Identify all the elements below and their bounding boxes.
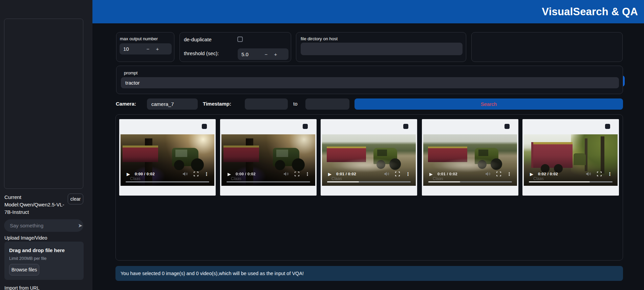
video-card: Claas ▶ 0:02 / 0:02 ⋮ bbox=[522, 119, 619, 196]
fullscreen-icon[interactable] bbox=[395, 172, 400, 176]
play-icon[interactable]: ▶ bbox=[127, 172, 130, 177]
volume-icon[interactable] bbox=[384, 172, 389, 176]
max-output-panel: max output number − + bbox=[116, 32, 174, 62]
max-output-input[interactable] bbox=[120, 46, 143, 52]
play-icon[interactable]: ▶ bbox=[429, 172, 433, 177]
more-options-icon[interactable]: ⋮ bbox=[204, 171, 209, 177]
video-thumbnail-shape bbox=[377, 160, 385, 169]
max-output-label: max output number bbox=[120, 36, 158, 41]
video-player[interactable]: Claas ▶ 0:00 / 0:02 ⋮ bbox=[221, 134, 315, 186]
upload-section-label: Upload Image/Video bbox=[4, 235, 47, 241]
volume-icon[interactable] bbox=[183, 172, 188, 176]
video-progress-bar[interactable] bbox=[227, 181, 310, 183]
threshold-input-wrap: − + bbox=[238, 48, 288, 60]
max-output-input-wrap: − + bbox=[120, 43, 172, 54]
file-dropzone[interactable]: Drag and drop file here Limit 200MB per … bbox=[4, 242, 84, 280]
max-output-minus-button[interactable]: − bbox=[143, 46, 153, 52]
prompt-input[interactable] bbox=[121, 77, 619, 88]
video-card: Claas ▶ 0:00 / 0:02 ⋮ bbox=[119, 119, 216, 196]
fullscreen-icon[interactable] bbox=[194, 172, 198, 176]
chat-input-wrap: ➤ bbox=[4, 219, 83, 232]
video-player[interactable]: Claas ▶ 0:00 / 0:02 ⋮ bbox=[121, 134, 214, 186]
video-select-checkbox[interactable] bbox=[605, 124, 610, 129]
more-options-icon[interactable]: ⋮ bbox=[305, 171, 310, 177]
video-time: 0:00 / 0:02 bbox=[236, 172, 256, 176]
timestamp-from-input[interactable] bbox=[245, 98, 288, 110]
selection-info-bar: You have selected 0 image(s) and 0 video… bbox=[115, 266, 623, 281]
video-card: Claas ▶ 0:01 / 0:02 ⋮ bbox=[321, 119, 417, 196]
video-player[interactable]: Claas ▶ 0:01 / 0:02 ⋮ bbox=[322, 134, 416, 186]
play-icon[interactable]: ▶ bbox=[228, 172, 231, 177]
chat-history-panel bbox=[4, 19, 83, 189]
play-icon[interactable]: ▶ bbox=[328, 172, 331, 177]
more-options-icon[interactable]: ⋮ bbox=[607, 171, 612, 177]
page-title: VisualSearch & QA bbox=[542, 6, 644, 18]
video-select-checkbox[interactable] bbox=[303, 124, 308, 129]
camera-label: Camera: bbox=[116, 101, 136, 107]
fullscreen-icon[interactable] bbox=[597, 172, 602, 176]
video-progress-bar[interactable] bbox=[126, 181, 209, 183]
dedup-panel: de-duplicate threshold (sec): − + bbox=[179, 32, 291, 62]
search-button[interactable]: Search bbox=[355, 98, 623, 110]
video-card: Claas ▶ 0:00 / 0:02 ⋮ bbox=[220, 119, 317, 196]
threshold-input[interactable] bbox=[238, 51, 261, 57]
send-icon[interactable]: ➤ bbox=[77, 222, 83, 229]
video-select-checkbox[interactable] bbox=[202, 124, 207, 129]
dropzone-limit: Limit 200MB per file bbox=[9, 256, 46, 261]
db-actions-panel: UpdateDB ClearDB showInfo bbox=[471, 32, 623, 62]
timestamp-to-input[interactable] bbox=[305, 98, 349, 110]
prompt-label: prompt bbox=[124, 70, 137, 75]
video-player[interactable]: Claas ▶ 0:01 / 0:02 ⋮ bbox=[423, 134, 517, 186]
browse-files-button[interactable]: Browse files bbox=[9, 264, 39, 275]
dropzone-title: Drag and drop file here bbox=[9, 247, 65, 253]
import-from-url-label: Import from URL bbox=[4, 285, 39, 290]
file-dir-panel: file dirctory on host bbox=[296, 32, 466, 62]
video-select-checkbox[interactable] bbox=[505, 124, 510, 129]
threshold-minus-button[interactable]: − bbox=[261, 51, 271, 57]
volume-icon[interactable] bbox=[586, 172, 591, 176]
more-options-icon[interactable]: ⋮ bbox=[507, 171, 512, 177]
video-progress-bar[interactable] bbox=[428, 181, 512, 183]
file-dir-label: file dirctory on host bbox=[301, 36, 338, 41]
sidebar: Current Model:Qwen/Qwen2.5-VL-7B-Instruc… bbox=[0, 0, 92, 290]
timestamp-label: Timestamp: bbox=[203, 101, 231, 107]
volume-icon[interactable] bbox=[485, 172, 491, 176]
timestamp-to-label: to bbox=[293, 101, 298, 107]
threshold-plus-button[interactable]: + bbox=[271, 51, 280, 57]
clear-button[interactable]: clear bbox=[68, 194, 83, 204]
current-model-label: Current Model:Qwen/Qwen2.5-VL-7B-Instruc… bbox=[4, 194, 66, 216]
file-dir-input[interactable] bbox=[301, 43, 463, 55]
volume-icon[interactable] bbox=[283, 172, 289, 176]
dedup-checkbox[interactable] bbox=[237, 37, 243, 42]
fullscreen-icon[interactable] bbox=[496, 172, 501, 176]
app-root: Current Model:Qwen/Qwen2.5-VL-7B-Instruc… bbox=[0, 0, 644, 290]
dedup-label: de-duplicate bbox=[184, 37, 212, 42]
video-time: 0:01 / 0:02 bbox=[437, 172, 457, 176]
app-header: VisualSearch & QA bbox=[92, 0, 644, 23]
video-card: Claas ▶ 0:01 / 0:02 ⋮ bbox=[422, 119, 518, 196]
selection-info-text: You have selected 0 image(s) and 0 video… bbox=[115, 271, 304, 276]
threshold-label: threshold (sec): bbox=[184, 50, 219, 56]
max-output-plus-button[interactable]: + bbox=[153, 46, 162, 52]
prompt-panel: prompt bbox=[116, 66, 623, 94]
video-select-checkbox[interactable] bbox=[403, 124, 408, 129]
video-progress-bar[interactable] bbox=[529, 181, 613, 183]
video-player[interactable]: Claas ▶ 0:02 / 0:02 ⋮ bbox=[524, 134, 618, 186]
chat-input[interactable] bbox=[4, 223, 77, 228]
video-progress-bar[interactable] bbox=[327, 181, 411, 183]
more-options-icon[interactable]: ⋮ bbox=[406, 171, 410, 177]
camera-input[interactable] bbox=[147, 98, 198, 110]
video-thumbnail-shape bbox=[478, 160, 487, 169]
video-time: 0:00 / 0:02 bbox=[135, 172, 155, 176]
video-time: 0:01 / 0:02 bbox=[336, 172, 356, 176]
fullscreen-icon[interactable] bbox=[295, 172, 299, 176]
video-time: 0:02 / 0:02 bbox=[538, 172, 558, 176]
play-icon[interactable]: ▶ bbox=[530, 172, 533, 177]
